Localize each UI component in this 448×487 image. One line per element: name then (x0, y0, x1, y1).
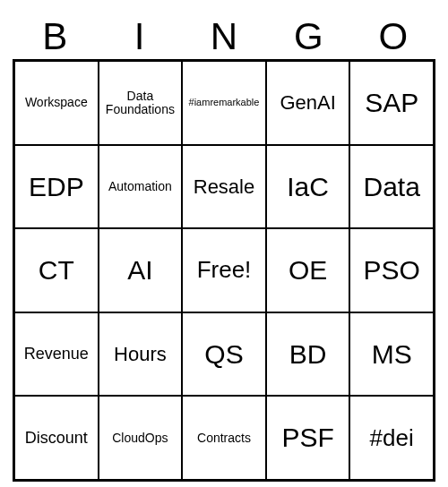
header-letter: B (13, 18, 97, 56)
header-letter: O (351, 18, 435, 56)
bingo-cell[interactable]: Automation (99, 145, 183, 229)
bingo-cell[interactable]: MS (349, 312, 434, 397)
bingo-cell[interactable]: Data Foundations (99, 61, 183, 145)
bingo-cell[interactable]: Hours (99, 312, 183, 397)
bingo-cell[interactable]: Revenue (14, 312, 99, 397)
bingo-cell[interactable]: SAP (349, 61, 434, 145)
bingo-cell[interactable]: PSF (266, 396, 350, 480)
bingo-cell[interactable]: QS (182, 312, 266, 397)
bingo-cell[interactable]: PSO (349, 228, 434, 312)
bingo-cell[interactable]: AI (99, 228, 183, 312)
header-letter: I (97, 18, 181, 56)
bingo-cell[interactable]: GenAI (266, 61, 350, 145)
bingo-cell[interactable]: Resale (182, 145, 266, 229)
bingo-grid: Workspace Data Foundations #iamremarkabl… (13, 59, 435, 482)
bingo-cell[interactable]: IaC (266, 145, 350, 229)
bingo-cell[interactable]: BD (266, 312, 350, 397)
bingo-header-row: B I N G O (13, 18, 435, 56)
bingo-cell[interactable]: CT (14, 228, 99, 312)
bingo-cell[interactable]: EDP (14, 145, 99, 229)
bingo-cell-free[interactable]: Free! (182, 228, 266, 312)
bingo-cell[interactable]: OE (266, 228, 350, 312)
bingo-cell[interactable]: #iamremarkable (182, 61, 266, 145)
header-letter: N (182, 18, 266, 56)
bingo-cell[interactable]: CloudOps (99, 396, 183, 480)
bingo-cell[interactable]: #dei (349, 396, 434, 480)
header-letter: G (266, 18, 350, 56)
bingo-cell[interactable]: Data (349, 145, 434, 229)
bingo-cell[interactable]: Discount (14, 396, 99, 480)
bingo-cell[interactable]: Contracts (182, 396, 266, 480)
bingo-cell[interactable]: Workspace (14, 61, 99, 145)
